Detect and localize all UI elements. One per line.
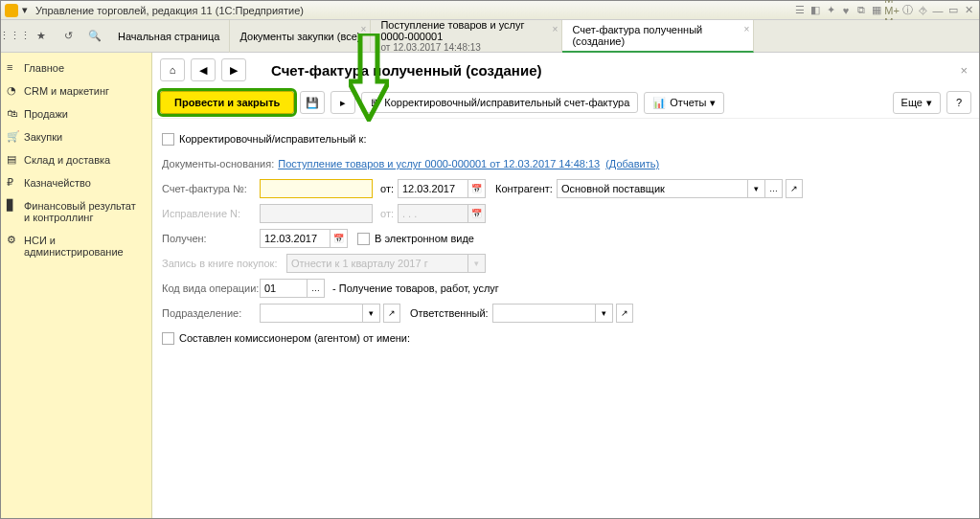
- sidebar-item-purchases[interactable]: 🛒Закупки: [1, 125, 151, 148]
- close-button[interactable]: ✕: [962, 4, 975, 17]
- division-input[interactable]: [260, 304, 363, 323]
- sidebar-item-label: Продажи: [24, 108, 68, 120]
- sidebar-item-admin[interactable]: ⚙НСИ и администрирование: [1, 229, 151, 263]
- post-and-close-button[interactable]: Провести и закрыть: [160, 91, 294, 114]
- electronic-label: В электронном виде: [375, 233, 474, 244]
- min-button[interactable]: —: [931, 4, 945, 17]
- app-title: Управление торговлей, редакция 11 (1С:Пр…: [35, 5, 304, 16]
- save-button[interactable]: 💾: [300, 91, 325, 114]
- contractor-input[interactable]: [557, 179, 748, 198]
- form: Корректировочный/исправительный к: Докум…: [152, 119, 979, 358]
- toolbar-icon-5[interactable]: ⧉: [855, 4, 868, 17]
- toolbar-icon-info[interactable]: ⓘ: [900, 4, 914, 17]
- sidebar-item-warehouse[interactable]: ▤Склад и доставка: [1, 148, 151, 171]
- invoice-date-input[interactable]: [398, 179, 468, 198]
- toolbar-icon-1[interactable]: ☰: [793, 4, 807, 17]
- max-button[interactable]: ▭: [946, 4, 960, 17]
- bag-icon: 🛍: [7, 107, 19, 120]
- select-icon[interactable]: …: [765, 179, 783, 198]
- dropdown-icon[interactable]: ▾: [363, 304, 380, 323]
- toolbar-icon-calc[interactable]: ▦: [870, 4, 883, 17]
- basis-document-link[interactable]: Поступление товаров и услуг 0000-000001 …: [278, 158, 600, 169]
- sidebar-item-main[interactable]: ≡Главное: [1, 56, 151, 79]
- sidebar-item-label: CRM и маркетинг: [24, 85, 109, 97]
- tab-close-icon[interactable]: ×: [361, 24, 367, 34]
- opcode-input[interactable]: [260, 279, 308, 298]
- opcode-desc: - Получение товаров, работ, услуг: [332, 282, 499, 294]
- received-label: Получен:: [162, 233, 260, 244]
- apps-icon[interactable]: ⋮⋮⋮: [1, 23, 28, 50]
- sidebar-item-label: Финансовый результат и контроллинг: [24, 200, 136, 223]
- post-button[interactable]: ▸: [330, 91, 355, 114]
- app-icon: [5, 4, 18, 17]
- tab-label-l2: от 12.03.2017 14:48:13: [380, 42, 552, 53]
- sidebar-item-treasury[interactable]: ₽Казначейство: [1, 171, 151, 194]
- doc-icon: 🗎: [370, 97, 380, 108]
- open-icon[interactable]: ↗: [616, 304, 633, 323]
- tab-purchase-docs[interactable]: Документы закупки (все) ×: [230, 20, 371, 53]
- invoice-no-input[interactable]: [260, 179, 373, 198]
- tab-home[interactable]: Начальная страница: [108, 20, 230, 53]
- corrective-checkbox[interactable]: [162, 133, 174, 146]
- division-label: Подразделение:: [162, 307, 260, 319]
- chart-icon: 📊: [652, 97, 666, 109]
- chevron-down-icon: ▾: [926, 97, 932, 109]
- invoice-no-label: Счет-фактура №:: [162, 183, 260, 194]
- commissioner-label: Составлен комиссионером (агентом) от име…: [179, 332, 410, 344]
- purchase-book-input: [286, 254, 468, 273]
- command-toolbar: Провести и закрыть 💾 ▸ 🗎 Корректировочны…: [152, 87, 979, 119]
- more-button[interactable]: Еще ▾: [893, 92, 941, 114]
- toolbar-icon-help[interactable]: ⯑: [916, 4, 929, 17]
- dropdown-icon[interactable]: ▾: [596, 304, 613, 323]
- commissioner-checkbox[interactable]: [162, 332, 174, 345]
- add-basis-link[interactable]: (Добавить): [605, 158, 659, 169]
- received-date-input[interactable]: [260, 229, 330, 248]
- tabbar: ⋮⋮⋮ ★ ↺ 🔍 Начальная страница Документы з…: [1, 20, 979, 53]
- sidebar-item-sales[interactable]: 🛍Продажи: [1, 102, 151, 125]
- coin-icon: ₽: [7, 176, 19, 189]
- page-close-button[interactable]: ×: [956, 59, 971, 81]
- tab-receipt-doc[interactable]: Поступление товаров и услуг 0000-000001 …: [371, 20, 562, 53]
- tab-close-icon[interactable]: ×: [553, 24, 558, 34]
- calendar-icon[interactable]: 📅: [330, 229, 348, 248]
- bars-icon: ▊: [7, 199, 19, 212]
- favorites-icon[interactable]: ★: [28, 23, 55, 50]
- sidebar-item-finresult[interactable]: ▊Финансовый результат и контроллинг: [1, 194, 151, 229]
- history-icon[interactable]: ↺: [55, 23, 81, 50]
- responsible-input[interactable]: [492, 304, 596, 323]
- cart-icon: 🛒: [7, 130, 19, 143]
- boxes-icon: ▤: [7, 153, 19, 166]
- open-icon[interactable]: ↗: [786, 179, 803, 198]
- sidebar-item-label: Склад и доставка: [24, 154, 110, 166]
- search-icon[interactable]: 🔍: [81, 23, 108, 50]
- corrective-label: Корректировочный/исправительный к:: [179, 133, 366, 145]
- corrective-invoice-button[interactable]: 🗎 Корректировочный/исправительный счет-ф…: [361, 92, 638, 113]
- electronic-checkbox[interactable]: [357, 233, 370, 245]
- memory-label[interactable]: M M+ M-: [885, 4, 899, 17]
- toolbar-icon-2[interactable]: ◧: [809, 4, 822, 17]
- chevron-down-icon: ▾: [710, 97, 716, 109]
- select-icon[interactable]: …: [308, 279, 325, 298]
- help-button[interactable]: ?: [946, 91, 971, 114]
- sidebar-item-crm[interactable]: ◔CRM и маркетинг: [1, 79, 151, 102]
- dropdown-icon[interactable]: ▾: [748, 179, 765, 198]
- toolbar-icon-3[interactable]: ✦: [824, 4, 837, 17]
- tab-invoice-active[interactable]: Счет-фактура полученный (создание) ×: [562, 20, 754, 53]
- toolbar-icon-4[interactable]: ♥: [839, 4, 853, 17]
- reports-button[interactable]: 📊 Отчеты ▾: [644, 92, 724, 114]
- purchase-book-label: Запись в книге покупок:: [162, 258, 286, 269]
- correction-date-input: [398, 204, 468, 223]
- tab-close-icon[interactable]: ×: [744, 24, 750, 34]
- button-label: Корректировочный/исправительный счет-фак…: [384, 97, 629, 108]
- from-label-2: от:: [380, 208, 394, 219]
- dropdown-icon: ▾: [468, 254, 486, 273]
- calendar-icon[interactable]: 📅: [468, 179, 486, 198]
- forward-button[interactable]: ▶: [221, 58, 246, 81]
- tab-label-l1: Поступление товаров и услуг 0000-000001: [380, 19, 552, 42]
- responsible-label: Ответственный:: [410, 307, 489, 319]
- nav-down-icon[interactable]: ▾: [22, 4, 35, 17]
- home-button[interactable]: ⌂: [160, 58, 185, 81]
- correction-no-input: [260, 204, 373, 223]
- back-button[interactable]: ◀: [191, 58, 216, 81]
- open-icon[interactable]: ↗: [383, 304, 400, 323]
